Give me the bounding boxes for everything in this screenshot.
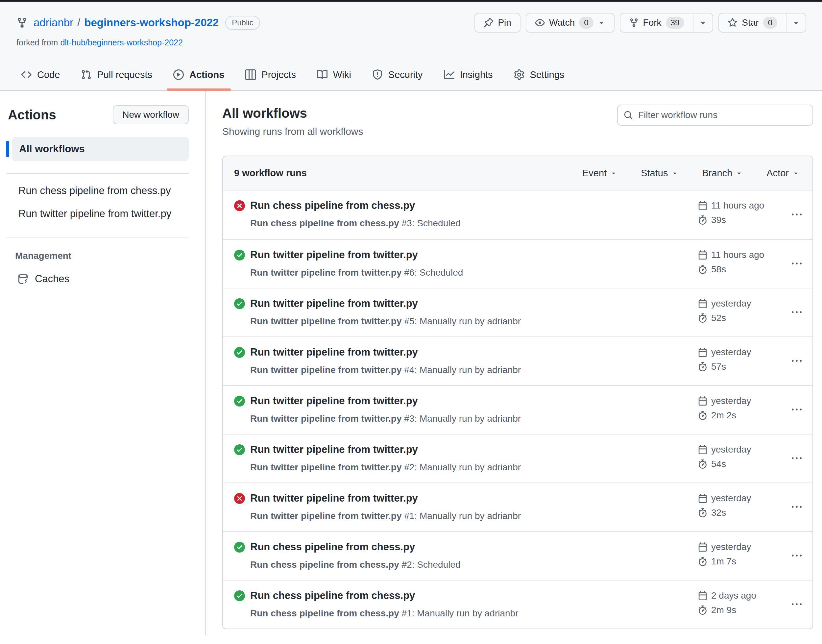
run-kebab-menu-button[interactable] — [781, 483, 813, 531]
check-circle-icon — [234, 347, 245, 358]
pin-button[interactable]: Pin — [475, 13, 520, 32]
page-title: All workflows — [222, 106, 363, 121]
run-subtitle-detail: #2: Manually run by adrianbr — [404, 462, 521, 472]
run-duration: 2m 9s — [711, 605, 736, 615]
run-text: Run twitter pipeline from twitter.py Run… — [245, 386, 698, 434]
kebab-horizontal-icon — [792, 308, 802, 317]
tab-actions[interactable]: Actions — [163, 59, 235, 90]
calendar-icon — [698, 396, 707, 406]
run-title-link[interactable]: Run twitter pipeline from twitter.py — [250, 443, 418, 456]
run-meta: yesterday 32s — [698, 483, 781, 531]
stopwatch-icon — [698, 606, 707, 615]
run-kebab-menu-button[interactable] — [781, 288, 813, 336]
run-duration: 54s — [711, 459, 726, 469]
run-subtitle-detail: #6: Scheduled — [404, 267, 463, 278]
tab-projects[interactable]: Projects — [235, 59, 306, 90]
run-subtitle: Run twitter pipeline from twitter.py #1:… — [250, 510, 698, 522]
tab-label: Insights — [460, 69, 493, 80]
tab-security[interactable]: Security — [362, 59, 433, 90]
run-date-line: 2 days ago — [698, 590, 781, 601]
run-text: Run twitter pipeline from twitter.py Run… — [245, 483, 698, 531]
sidebar-item-all-workflows[interactable]: All workflows — [0, 137, 205, 161]
run-date-line: 11 hours ago — [698, 200, 781, 211]
star-button[interactable]: Star 0 — [718, 13, 787, 32]
status-filter-dropdown[interactable]: Status — [641, 168, 678, 179]
run-title-link[interactable]: Run twitter pipeline from twitter.py — [250, 248, 418, 261]
forked-from-link[interactable]: dlt-hub/beginners-workshop-2022 — [60, 38, 182, 47]
run-text: Run twitter pipeline from twitter.py Run… — [245, 288, 698, 336]
sidebar-item-twitter-workflow[interactable]: Run twitter pipeline from twitter.py — [18, 202, 205, 225]
filter-label: Actor — [767, 168, 789, 179]
run-kebab-menu-button[interactable] — [781, 532, 813, 580]
filter-workflow-runs-input[interactable] — [638, 110, 807, 120]
run-title-link[interactable]: Run twitter pipeline from twitter.py — [250, 346, 418, 359]
run-date-line: yesterday — [698, 493, 781, 504]
run-meta: yesterday 1m 7s — [698, 532, 781, 580]
sidebar-item-chess-workflow[interactable]: Run chess pipeline from chess.py — [18, 179, 205, 202]
run-subtitle-workflow-name: Run chess pipeline from chess.py — [250, 608, 399, 618]
star-dropdown-button[interactable] — [787, 13, 806, 32]
fork-dropdown-button[interactable] — [693, 13, 713, 32]
workflow-runs-count: 9 workflow runs — [234, 168, 307, 179]
run-status — [234, 396, 245, 406]
run-title-link[interactable]: Run twitter pipeline from twitter.py — [250, 297, 418, 310]
run-status — [234, 493, 245, 504]
check-circle-icon — [234, 396, 245, 406]
run-title-link[interactable]: Run chess pipeline from chess.py — [250, 540, 415, 554]
run-meta: yesterday 54s — [698, 434, 781, 483]
run-subtitle-workflow-name: Run twitter pipeline from twitter.py — [250, 462, 401, 472]
tab-code[interactable]: Code — [11, 59, 70, 90]
tab-label: Pull requests — [97, 69, 152, 80]
run-kebab-menu-button[interactable] — [781, 581, 813, 629]
triangle-down-icon — [736, 169, 743, 176]
owner-link[interactable]: adrianbr — [34, 17, 73, 29]
workflow-runs-main: All workflows Showing runs from all work… — [206, 91, 822, 635]
sidebar-divider — [6, 173, 189, 174]
run-meta: 11 hours ago 39s — [698, 190, 781, 239]
actor-filter-dropdown[interactable]: Actor — [767, 168, 799, 179]
run-subtitle-detail: #4: Manually run by adrianbr — [404, 365, 521, 375]
calendar-icon — [698, 348, 707, 357]
triangle-down-icon — [671, 169, 678, 176]
run-kebab-menu-button[interactable] — [781, 337, 813, 385]
run-kebab-menu-button[interactable] — [781, 190, 813, 239]
workflow-run-row: Run chess pipeline from chess.py Run che… — [223, 190, 813, 239]
run-kebab-menu-button[interactable] — [781, 240, 813, 288]
workflow-run-row: Run chess pipeline from chess.py Run che… — [223, 580, 813, 629]
kebab-horizontal-icon — [792, 259, 802, 269]
page-content: Actions New workflow All workflows Run c… — [0, 91, 822, 635]
run-duration: 1m 7s — [711, 556, 736, 567]
watch-button[interactable]: Watch 0 — [526, 13, 615, 32]
run-title-link[interactable]: Run chess pipeline from chess.py — [250, 199, 415, 212]
actions-sidebar: Actions New workflow All workflows Run c… — [0, 91, 206, 635]
repo-forked-icon — [629, 18, 639, 28]
run-duration-line: 57s — [698, 362, 781, 372]
tab-pull-requests[interactable]: Pull requests — [70, 59, 163, 90]
kebab-horizontal-icon — [792, 600, 802, 609]
triangle-down-icon — [792, 169, 799, 176]
run-title-link[interactable]: Run twitter pipeline from twitter.py — [250, 492, 418, 505]
triangle-down-icon — [610, 169, 617, 176]
fork-button[interactable]: Fork 39 — [620, 13, 694, 32]
event-filter-dropdown[interactable]: Event — [582, 168, 617, 179]
run-title-link[interactable]: Run twitter pipeline from twitter.py — [250, 394, 418, 408]
sidebar-item-caches[interactable]: Caches — [18, 273, 205, 285]
tab-insights[interactable]: Insights — [433, 59, 504, 90]
run-status — [234, 445, 245, 455]
run-subtitle: Run twitter pipeline from twitter.py #5:… — [250, 316, 698, 327]
run-kebab-menu-button[interactable] — [781, 434, 813, 483]
filter-label: Status — [641, 168, 668, 179]
run-duration: 52s — [711, 313, 726, 323]
main-header: All workflows Showing runs from all work… — [222, 106, 813, 137]
repo-link[interactable]: beginners-workshop-2022 — [84, 17, 219, 29]
tab-settings[interactable]: Settings — [504, 59, 575, 90]
repo-header: adrianbr / beginners-workshop-2022 Publi… — [0, 2, 822, 91]
tab-wiki[interactable]: Wiki — [306, 59, 362, 90]
run-status — [234, 542, 245, 552]
new-workflow-button[interactable]: New workflow — [113, 105, 189, 124]
workflow-list: Run chess pipeline from chess.py Run twi… — [0, 179, 205, 225]
run-kebab-menu-button[interactable] — [781, 386, 813, 434]
run-title-link[interactable]: Run chess pipeline from chess.py — [250, 589, 415, 602]
branch-filter-dropdown[interactable]: Branch — [702, 168, 743, 179]
run-date-line: yesterday — [698, 347, 781, 357]
